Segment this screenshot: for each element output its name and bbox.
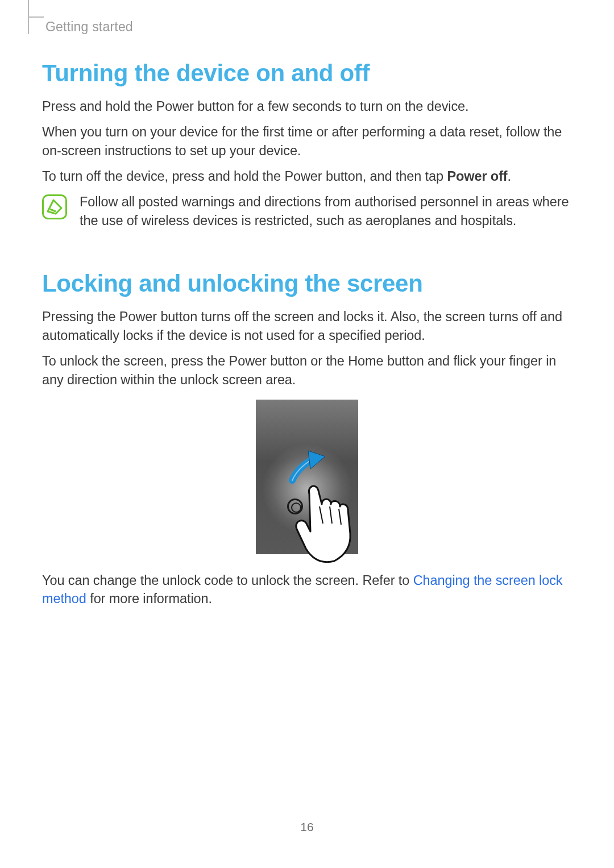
bold-text: Power off	[447, 169, 507, 184]
body-paragraph: To unlock the screen, press the Power bu…	[42, 352, 572, 389]
hand-pointer-icon	[293, 472, 367, 569]
section-heading-turning-on-off: Turning the device on and off	[42, 60, 572, 87]
body-paragraph: When you turn on your device for the fir…	[42, 123, 572, 160]
text-run: .	[508, 169, 511, 184]
text-run: for more information.	[86, 591, 212, 606]
svg-rect-0	[43, 195, 67, 218]
body-paragraph: Press and hold the Power button for a fe…	[42, 97, 572, 116]
page-number: 16	[0, 820, 614, 834]
note-block: Follow all posted warnings and direction…	[42, 193, 572, 230]
section-heading-locking-screen: Locking and unlocking the screen	[42, 270, 572, 297]
header-crop-marks	[23, 0, 34, 34]
svg-marker-2	[308, 451, 325, 469]
note-text: Follow all posted warnings and direction…	[80, 193, 572, 230]
device-screen-illustration	[256, 400, 358, 554]
body-paragraph: To turn off the device, press and hold t…	[42, 167, 572, 186]
body-paragraph: Pressing the Power button turns off the …	[42, 308, 572, 345]
text-run: You can change the unlock code to unlock…	[42, 573, 413, 588]
svg-line-1	[50, 209, 56, 211]
text-run: To turn off the device, press and hold t…	[42, 169, 447, 184]
page-content: Getting started Turning the device on an…	[0, 0, 614, 608]
note-icon	[42, 194, 67, 219]
body-paragraph: You can change the unlock code to unlock…	[42, 571, 572, 609]
chapter-title: Getting started	[45, 19, 572, 35]
figure-unlock-gesture	[42, 400, 572, 556]
